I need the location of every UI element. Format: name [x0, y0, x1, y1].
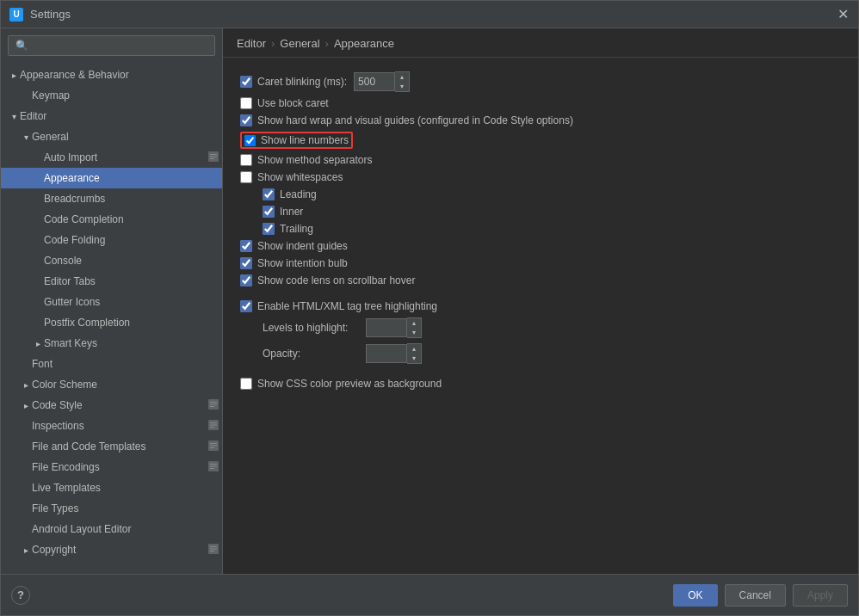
sidebar-item-general[interactable]: General: [1, 126, 222, 147]
inner-wrap[interactable]: Inner: [263, 206, 303, 218]
sidebar-item-appearance-behavior[interactable]: Appearance & Behavior: [1, 65, 222, 85]
sidebar-item-file-types[interactable]: File Types: [1, 498, 222, 519]
app-icon: U: [9, 8, 23, 22]
show-indent-guides-checkbox[interactable]: [240, 240, 252, 252]
enable-html-xml-wrap[interactable]: Enable HTML/XML tag tree highlighting: [240, 300, 437, 312]
levels-spinners: ▴ ▾: [407, 317, 422, 338]
apply-button[interactable]: Apply: [793, 584, 848, 607]
title-bar-left: U Settings: [9, 8, 71, 22]
levels-down[interactable]: ▾: [407, 328, 421, 337]
sidebar-item-gutter-icons[interactable]: Gutter Icons: [1, 292, 222, 312]
setting-use-block-caret: Use block caret: [240, 97, 841, 109]
sidebar-item-smart-keys[interactable]: Smart Keys: [1, 333, 222, 354]
levels-up[interactable]: ▴: [407, 318, 421, 328]
show-css-color-checkbox[interactable]: [240, 378, 252, 390]
sidebar-item-label: Appearance & Behavior: [20, 69, 129, 81]
caret-blinking-checkbox[interactable]: [240, 76, 252, 88]
help-button[interactable]: ?: [11, 586, 30, 605]
svg-rect-11: [210, 427, 214, 428]
svg-rect-18: [210, 465, 217, 466]
sidebar-item-breadcrumbs[interactable]: Breadcrumbs: [1, 188, 222, 209]
show-whitespaces-checkbox[interactable]: [240, 171, 252, 183]
enable-html-xml-checkbox[interactable]: [240, 300, 252, 312]
show-hard-wrap-label: Show hard wrap and visual guides (config…: [257, 114, 573, 126]
show-intention-bulb-label: Show intention bulb: [257, 257, 348, 269]
show-code-lens-checkbox[interactable]: [240, 274, 252, 286]
caret-blinking-up[interactable]: ▴: [395, 72, 409, 82]
enable-html-xml-label: Enable HTML/XML tag tree highlighting: [257, 300, 437, 312]
repo-icon: [208, 151, 219, 164]
repo-icon: [208, 399, 219, 412]
sidebar-item-color-scheme[interactable]: Color Scheme: [1, 374, 222, 395]
sidebar-item-console[interactable]: Console: [1, 250, 222, 271]
search-input[interactable]: [8, 35, 215, 56]
show-method-separators-checkbox[interactable]: [240, 154, 252, 166]
levels-label: Levels to highlight:: [263, 322, 366, 334]
sidebar-item-file-code-templates[interactable]: File and Code Templates: [1, 436, 222, 457]
show-intention-bulb-wrap[interactable]: Show intention bulb: [240, 257, 348, 269]
svg-rect-2: [210, 156, 217, 157]
settings-content: Caret blinking (ms): 500 ▴ ▾ Use bloc: [223, 58, 858, 574]
trailing-checkbox[interactable]: [263, 223, 275, 235]
show-css-color-label: Show CSS color preview as background: [257, 378, 442, 390]
sidebar: Appearance & Behavior Keymap Editor Gene…: [1, 28, 223, 574]
setting-show-code-lens: Show code lens on scrollbar hover: [240, 274, 841, 286]
leading-checkbox[interactable]: [263, 188, 275, 200]
levels-input[interactable]: 6: [366, 318, 407, 337]
trailing-wrap[interactable]: Trailing: [263, 223, 313, 235]
inner-checkbox[interactable]: [263, 206, 275, 218]
show-hard-wrap-checkbox[interactable]: [240, 114, 252, 126]
sidebar-item-editor-tabs[interactable]: Editor Tabs: [1, 271, 222, 292]
show-line-numbers-checkbox[interactable]: [244, 135, 256, 146]
sidebar-item-code-folding[interactable]: Code Folding: [1, 230, 222, 250]
use-block-caret-checkbox[interactable]: [240, 97, 252, 109]
show-intention-bulb-checkbox[interactable]: [240, 257, 252, 269]
show-code-lens-wrap[interactable]: Show code lens on scrollbar hover: [240, 274, 415, 286]
sidebar-item-font[interactable]: Font: [1, 354, 222, 374]
caret-blinking-down[interactable]: ▾: [395, 82, 409, 91]
sidebar-item-label: Breadcrumbs: [44, 193, 105, 205]
sidebar-item-editor[interactable]: Editor: [1, 106, 222, 126]
opacity-down[interactable]: ▾: [407, 354, 421, 363]
sidebar-item-file-encodings[interactable]: File Encodings: [1, 457, 222, 477]
sidebar-item-appearance[interactable]: Appearance: [1, 168, 222, 188]
svg-rect-22: [210, 548, 217, 549]
search-box: [1, 28, 222, 63]
sidebar-item-label: Keymap: [32, 89, 70, 102]
sidebar-item-label: File and Code Templates: [32, 440, 146, 453]
show-css-color-wrap[interactable]: Show CSS color preview as background: [240, 378, 442, 390]
sidebar-item-code-style[interactable]: Code Style: [1, 395, 222, 416]
setting-show-hard-wrap: Show hard wrap and visual guides (config…: [240, 114, 841, 126]
show-indent-guides-wrap[interactable]: Show indent guides: [240, 240, 348, 252]
close-button[interactable]: ✕: [836, 8, 850, 22]
svg-rect-17: [210, 464, 217, 465]
ok-button[interactable]: OK: [673, 584, 717, 607]
leading-wrap[interactable]: Leading: [263, 188, 317, 200]
opacity-input[interactable]: 0.1: [366, 344, 407, 363]
sidebar-item-inspections[interactable]: Inspections: [1, 416, 222, 436]
sidebar-item-postfix-completion[interactable]: Postfix Completion: [1, 312, 222, 333]
show-whitespaces-wrap[interactable]: Show whitespaces: [240, 171, 343, 183]
sidebar-item-code-completion[interactable]: Code Completion: [1, 209, 222, 230]
sidebar-item-keymap[interactable]: Keymap: [1, 85, 222, 106]
arrow-icon: [20, 544, 32, 556]
cancel-button[interactable]: Cancel: [725, 584, 786, 607]
use-block-caret-wrap[interactable]: Use block caret: [240, 97, 329, 109]
setting-show-indent-guides: Show indent guides: [240, 240, 841, 252]
sidebar-item-android-layout-editor[interactable]: Android Layout Editor: [1, 519, 222, 539]
sidebar-item-auto-import[interactable]: Auto Import: [1, 147, 222, 168]
title-bar: U Settings ✕: [1, 1, 858, 28]
inner-label: Inner: [280, 206, 303, 218]
arrow-icon: [8, 69, 20, 81]
arrow-icon: [8, 110, 20, 122]
show-method-separators-wrap[interactable]: Show method separators: [240, 154, 372, 166]
opacity-up[interactable]: ▴: [407, 344, 421, 354]
sidebar-item-live-templates[interactable]: Live Templates: [1, 477, 222, 498]
svg-rect-6: [210, 403, 217, 404]
sidebar-item-copyright[interactable]: Copyright: [1, 539, 222, 560]
show-hard-wrap-wrap[interactable]: Show hard wrap and visual guides (config…: [240, 114, 573, 126]
caret-blinking-checkbox-wrap[interactable]: Caret blinking (ms):: [240, 76, 347, 88]
sidebar-item-label: Console: [44, 255, 82, 267]
caret-blinking-input[interactable]: 500: [354, 72, 395, 91]
setting-leading: Leading: [240, 188, 841, 200]
